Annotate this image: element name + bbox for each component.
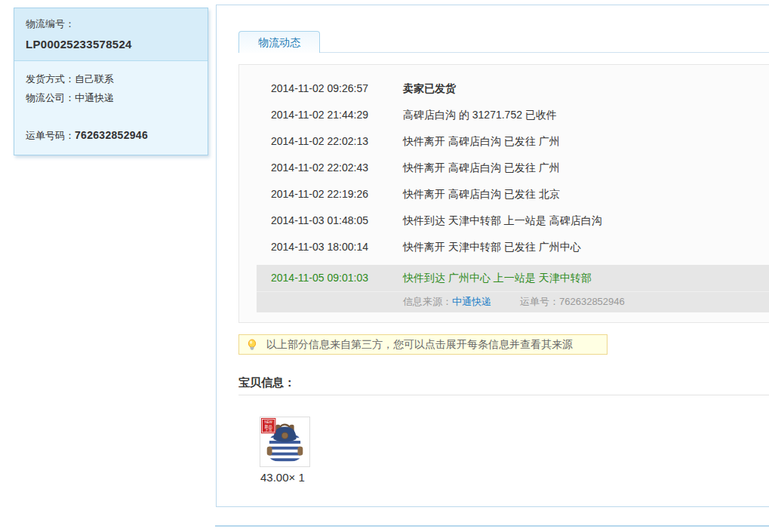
event-text: 快件离开 天津中转部 已发往 广州中心 (403, 241, 581, 253)
goods-divider (238, 395, 769, 395)
notice-text: 以上部分信息来自第三方，您可以点击展开每条信息并查看其来源 (266, 338, 573, 352)
shipping-method: 发货方式：自己联系 (26, 69, 196, 88)
tracking-events-table: 2014-11-02 09:26:57卖家已发货 2014-11-02 21:4… (238, 64, 769, 323)
bottom-divider (215, 525, 769, 527)
event-text: 快件到达 广州中心 上一站是 天津中转部 (403, 272, 592, 284)
source-label: 信息来源： (403, 296, 452, 307)
badge-line-shangshi: 上市 (264, 428, 272, 432)
third-party-notice: 以上部分信息来自第三方，您可以点击展开每条信息并查看其来源 (238, 334, 608, 355)
event-source-row: 信息来源：中通快递运单号：762632852946 (257, 291, 769, 312)
logistics-summary-card: 物流编号： LP00025233578524 发货方式：自己联系 物流公司：中通… (14, 8, 208, 155)
shipping-info-section: 发货方式：自己联系 物流公司：中通快递 运单号码：762632852946 (14, 61, 208, 155)
event-time: 2014-11-02 22:19:26 (271, 181, 403, 208)
event-time: 2014-11-05 09:01:03 (271, 265, 403, 291)
logistics-number-section: 物流编号： LP00025233578524 (14, 8, 208, 61)
tracking-row[interactable]: 2014-11-03 01:48:05快件到达 天津中转部 上一站是 高碑店白沟 (239, 208, 769, 234)
backpack-illustration: NEW 新品 上市 (260, 417, 309, 466)
tracking-row[interactable]: 2014-11-02 21:44:29高碑店白沟 的 31271.752 已收件 (239, 102, 769, 128)
event-time: 2014-11-03 01:48:05 (271, 208, 403, 234)
tab-logistics-updates[interactable]: 物流动态 (238, 31, 320, 53)
tracking-row[interactable]: 2014-11-02 22:02:43快件离开 高碑店白沟 已发往 广州 (239, 155, 769, 181)
logistics-number-label: 物流编号： (26, 17, 196, 31)
tracking-row[interactable]: 2014-11-02 22:02:13快件离开 高碑店白沟 已发往 广州 (239, 128, 769, 155)
event-time: 2014-11-02 09:26:57 (271, 75, 403, 102)
product-image[interactable]: NEW 新品 上市 (260, 417, 310, 467)
waybill-number-label: 运单号码： (26, 130, 75, 141)
lightbulb-icon (246, 339, 258, 351)
waybill-number: 运单号码：762632852946 (26, 128, 196, 143)
latest-event-row[interactable]: 2014-11-05 09:01:03快件到达 广州中心 上一站是 天津中转部 (257, 265, 769, 291)
logistics-page: 物流编号： LP00025233578524 发货方式：自己联系 物流公司：中通… (0, 0, 769, 532)
tracking-row[interactable]: 2014-11-03 18:00:14快件离开 天津中转部 已发往 广州中心 (239, 234, 769, 260)
logistics-detail-panel: 物流动态 2014-11-02 09:26:57卖家已发货 2014-11-02… (216, 5, 769, 507)
logistics-company: 物流公司：中通快递 (26, 88, 196, 107)
event-text: 快件离开 高碑店白沟 已发往 北京 (403, 188, 560, 200)
event-time: 2014-11-02 21:44:29 (271, 102, 403, 128)
event-text: 快件到达 天津中转部 上一站是 高碑店白沟 (403, 214, 602, 226)
latest-event-block: 2014-11-05 09:01:03快件到达 广州中心 上一站是 天津中转部 … (257, 265, 769, 312)
waybill-number-value: 762632852946 (75, 129, 148, 141)
tracking-row[interactable]: 2014-11-02 22:19:26快件离开 高碑店白沟 已发往 北京 (239, 181, 769, 208)
event-time: 2014-11-02 22:02:13 (271, 128, 403, 155)
event-text: 卖家已发货 (403, 82, 456, 94)
goods-section-title: 宝贝信息： (238, 376, 295, 390)
source-company-link[interactable]: 中通快递 (452, 296, 491, 307)
logistics-number-value: LP00025233578524 (26, 38, 196, 51)
product-price-qty: 43.00× 1 (260, 471, 305, 484)
event-text: 高碑店白沟 的 31271.752 已收件 (403, 109, 557, 121)
event-time: 2014-11-03 18:00:14 (271, 234, 403, 260)
event-time: 2014-11-02 22:02:43 (271, 155, 403, 181)
tracking-row[interactable]: 2014-11-02 09:26:57卖家已发货 (239, 75, 769, 102)
event-text: 快件离开 高碑店白沟 已发往 广州 (403, 135, 560, 147)
event-text: 快件离开 高碑店白沟 已发往 广州 (403, 161, 560, 174)
source-waybill-value: 762632852946 (559, 296, 625, 307)
source-waybill-label: 运单号： (520, 296, 559, 307)
